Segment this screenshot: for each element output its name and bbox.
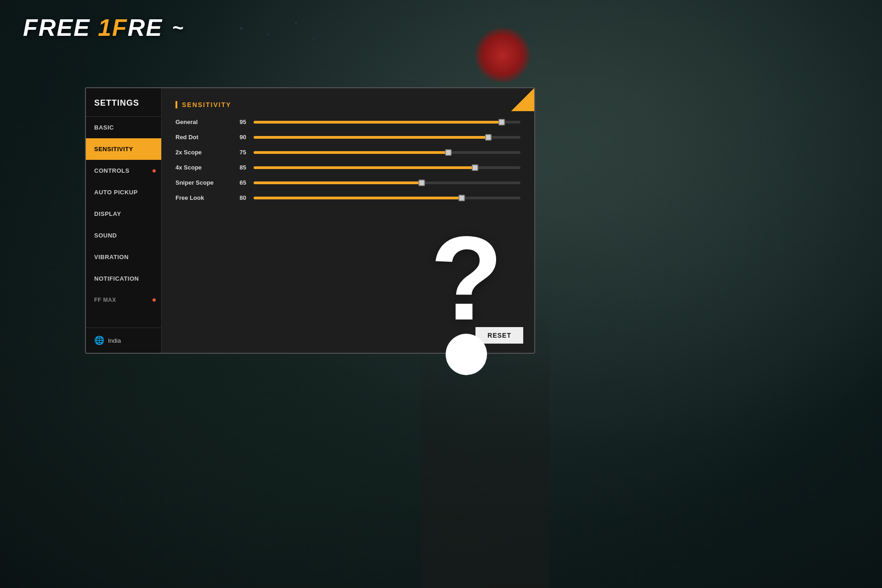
sidebar-item-ff-max[interactable]: FF MAX xyxy=(86,289,161,311)
character-silhouette xyxy=(421,312,549,588)
logo-free: FREE xyxy=(23,14,98,41)
corner-decoration xyxy=(511,88,534,111)
sidebar-item-auto-pickup[interactable]: AUTO PICKUP xyxy=(86,181,161,203)
sidebar-item-controls[interactable]: CONTROLS xyxy=(86,160,161,181)
slider-fill-freelook xyxy=(254,197,462,199)
sidebar-item-sensitivity[interactable]: SENSITIVITY xyxy=(86,138,161,160)
settings-sidebar: SETTINGS BASIC SENSITIVITY CONTROLS AUTO… xyxy=(86,88,162,353)
slider-thumb-general[interactable] xyxy=(498,119,505,125)
globe-icon: 🌐 xyxy=(94,335,104,345)
settings-modal: ✕ SETTINGS BASIC SENSITIVITY CONTROLS AU… xyxy=(85,87,535,354)
sidebar-item-vibration[interactable]: VIBRATION xyxy=(86,246,161,268)
slider-row-4xscope: 4x Scope 85 xyxy=(175,164,520,171)
slider-value-general: 95 xyxy=(233,119,246,125)
slider-label-general: General xyxy=(175,119,226,125)
slider-row-freelook: Free Look 80 xyxy=(175,194,520,201)
reset-button[interactable]: RESET xyxy=(475,327,523,344)
settings-main-content: SENSITIVITY General 95 Red Dot 90 2x Sco… xyxy=(162,88,534,353)
slider-label-reddot: Red Dot xyxy=(175,134,226,141)
sidebar-item-basic[interactable]: BASIC xyxy=(86,117,161,138)
logo-bird-deco: ~ xyxy=(172,17,185,39)
slider-thumb-freelook[interactable] xyxy=(458,195,465,201)
sidebar-item-notification[interactable]: NOTIFICATION xyxy=(86,268,161,289)
sidebar-footer: 🌐 India xyxy=(86,328,161,353)
logo-fi: F xyxy=(98,14,128,41)
slider-label-4xscope: 4x Scope xyxy=(175,164,226,171)
logo-re: RE xyxy=(128,14,163,41)
bird-3: ✦ xyxy=(294,21,298,26)
settings-title: SETTINGS xyxy=(86,88,161,117)
logo: FREE FRE ~ xyxy=(23,14,184,41)
slider-thumb-4xscope[interactable] xyxy=(472,164,478,171)
slider-row-general: General 95 xyxy=(175,119,520,125)
slider-track-4xscope[interactable] xyxy=(254,166,520,169)
slider-track-sniper[interactable] xyxy=(254,181,520,184)
slider-value-reddot: 90 xyxy=(233,134,246,141)
bird-4: ✦ xyxy=(312,37,316,41)
character-hair xyxy=(475,28,530,83)
slider-thumb-sniper[interactable] xyxy=(418,180,425,186)
logo-text: FREE FRE ~ xyxy=(23,14,184,41)
slider-thumb-reddot[interactable] xyxy=(485,134,492,141)
slider-row-2xscope: 2x Scope 75 xyxy=(175,149,520,156)
sidebar-item-display[interactable]: DISPLAY xyxy=(86,203,161,225)
slider-thumb-2xscope[interactable] xyxy=(445,149,452,156)
slider-fill-sniper xyxy=(254,181,422,184)
slider-fill-reddot xyxy=(254,136,488,139)
slider-row-reddot: Red Dot 90 xyxy=(175,134,520,141)
slider-track-2xscope[interactable] xyxy=(254,151,520,154)
bird-1: ✦ xyxy=(239,25,243,32)
bird-2: ✦ xyxy=(266,32,270,37)
slider-fill-2xscope xyxy=(254,151,448,154)
slider-value-freelook: 80 xyxy=(233,194,246,201)
slider-label-2xscope: 2x Scope xyxy=(175,149,226,156)
slider-label-sniper: Sniper Scope xyxy=(175,179,226,186)
section-title: SENSITIVITY xyxy=(175,101,520,108)
slider-value-sniper: 65 xyxy=(233,179,246,186)
slider-fill-4xscope xyxy=(254,166,475,169)
slider-track-freelook[interactable] xyxy=(254,197,520,199)
sidebar-item-sound[interactable]: SOUND xyxy=(86,225,161,246)
slider-value-4xscope: 85 xyxy=(233,164,246,171)
slider-row-sniper: Sniper Scope 65 xyxy=(175,179,520,186)
slider-label-freelook: Free Look xyxy=(175,194,226,201)
slider-track-reddot[interactable] xyxy=(254,136,520,139)
slider-fill-general xyxy=(254,121,502,124)
region-label: India xyxy=(108,337,121,344)
slider-value-2xscope: 75 xyxy=(233,149,246,156)
section-title-text: SENSITIVITY xyxy=(182,101,232,108)
slider-track-general[interactable] xyxy=(254,121,520,124)
